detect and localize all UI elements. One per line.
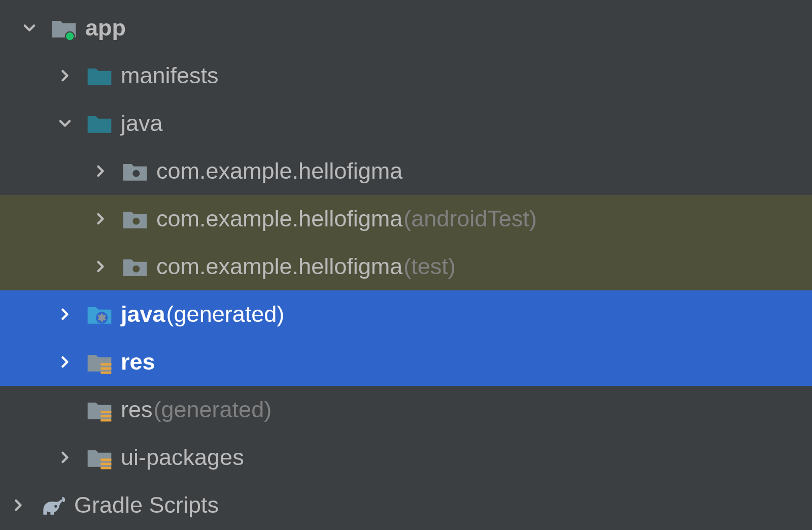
chevron-right-icon[interactable] — [50, 442, 80, 473]
svg-rect-10 — [100, 415, 111, 418]
svg-rect-8 — [100, 372, 111, 374]
tree-item-label: java — [121, 110, 163, 137]
svg-rect-11 — [100, 419, 111, 422]
tree-item-ui-packages[interactable]: ui-packages — [0, 434, 812, 481]
tree-item-label: app — [85, 15, 126, 41]
chevron-right-icon[interactable] — [85, 156, 116, 186]
gradle-elephant-icon — [38, 490, 68, 520]
tree-item-suffix: (generated) — [166, 301, 285, 327]
resource-folder-icon — [84, 347, 115, 377]
chevron-right-icon[interactable] — [85, 204, 116, 234]
tree-item-res-generated[interactable]: res (generated) — [0, 386, 812, 434]
svg-rect-14 — [100, 467, 111, 470]
svg-point-1 — [66, 32, 74, 40]
svg-point-4 — [132, 266, 140, 273]
folder-icon — [84, 108, 115, 139]
tree-item-suffix: (test) — [403, 253, 456, 280]
tree-item-pkg-androidtest[interactable]: com.example.hellofigma (androidTest) — [0, 195, 812, 243]
tree-item-label: com.example.hellofigma — [156, 206, 402, 232]
chevron-right-icon[interactable] — [50, 299, 80, 329]
tree-item-app[interactable]: app — [0, 4, 812, 52]
tree-item-label: manifests — [121, 62, 219, 89]
tree-item-label: Gradle Scripts — [74, 492, 219, 518]
project-tree: app manifests java com.example. — [0, 0, 812, 529]
package-folder-icon — [120, 204, 150, 234]
resource-folder-icon — [84, 394, 115, 425]
svg-rect-7 — [100, 368, 111, 370]
tree-item-suffix: (androidTest) — [403, 206, 537, 232]
generated-folder-icon — [84, 299, 115, 329]
module-folder-icon — [49, 13, 79, 43]
tree-item-gradle-scripts[interactable]: Gradle Scripts — [0, 481, 812, 529]
tree-item-label: com.example.hellofigma — [156, 158, 402, 184]
svg-rect-6 — [100, 363, 111, 366]
svg-point-15 — [54, 505, 57, 508]
package-folder-icon — [120, 251, 150, 282]
tree-item-java[interactable]: java — [0, 100, 812, 147]
svg-rect-13 — [100, 463, 111, 466]
svg-point-2 — [132, 170, 140, 177]
tree-item-label: java — [121, 301, 165, 327]
svg-rect-12 — [100, 458, 111, 461]
chevron-right-icon[interactable] — [50, 60, 80, 91]
svg-rect-9 — [100, 411, 111, 413]
tree-item-res[interactable]: res — [0, 338, 812, 386]
tree-item-pkg-test[interactable]: com.example.hellofigma (test) — [0, 243, 812, 290]
package-folder-icon — [120, 156, 150, 186]
chevron-down-icon[interactable] — [50, 108, 80, 139]
chevron-right-icon[interactable] — [85, 251, 116, 282]
tree-item-label: res — [121, 349, 155, 375]
tree-item-label: res — [121, 396, 153, 423]
chevron-right-icon[interactable] — [50, 347, 80, 377]
chevron-down-icon[interactable] — [14, 13, 45, 43]
svg-point-3 — [132, 218, 140, 225]
tree-item-label: ui-packages — [121, 444, 244, 471]
tree-item-java-generated[interactable]: java (generated) — [0, 290, 812, 338]
resource-folder-icon — [84, 442, 115, 473]
tree-item-manifests[interactable]: manifests — [0, 52, 812, 100]
tree-item-pkg-main[interactable]: com.example.hellofigma — [0, 147, 812, 195]
tree-item-suffix: (generated) — [154, 396, 272, 423]
chevron-right-icon[interactable] — [3, 490, 33, 520]
folder-icon — [84, 60, 115, 91]
tree-item-label: com.example.hellofigma — [156, 253, 402, 280]
